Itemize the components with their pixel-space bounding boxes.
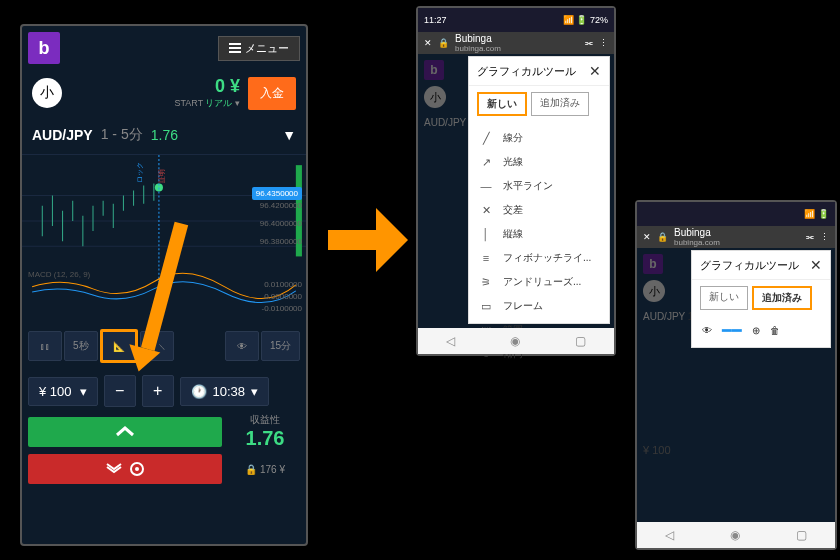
pair-selector[interactable]: AUD/JPY 1 - 5分 1.76 ▼ (22, 116, 306, 155)
app-logo: b (424, 60, 444, 80)
status-bar: 📶 🔋 (637, 202, 835, 226)
tab-added[interactable]: 追加済み (531, 92, 589, 116)
close-icon[interactable]: ✕ (810, 257, 822, 273)
svg-point-21 (135, 467, 139, 471)
tools-panel: グラフィカルツール ✕ 新しい 追加済み ╱線分 ↗光線 —水平ライン ✕交差 … (468, 56, 610, 324)
chevron-down-icon: ▼ (282, 127, 296, 143)
time-select[interactable]: 🕐10:38▾ (180, 377, 270, 406)
browser-bar: ✕ 🔒 Bubingabubinga.com ⫘ ⋮ (637, 226, 835, 248)
share-icon[interactable]: ⫘ (805, 232, 814, 242)
tool-cross[interactable]: ✕交差 (469, 198, 609, 222)
balance-amount: 0 ¥ (174, 76, 240, 97)
deposit-button[interactable]: 入金 (248, 77, 296, 110)
current-price-tag: 96.4350000 (252, 187, 302, 200)
tab-new[interactable]: 新しい (700, 286, 748, 310)
avatar[interactable]: 小 (32, 78, 62, 108)
tool-ray[interactable]: ↗光線 (469, 150, 609, 174)
home-icon[interactable]: ◉ (510, 334, 520, 348)
panel-title: グラフィカルツール (700, 258, 799, 273)
buy-down-button[interactable] (28, 454, 222, 484)
recent-icon[interactable]: ▢ (796, 528, 807, 542)
lock-icon: 🔒 (245, 464, 257, 475)
browser-bar: ✕ 🔒 Bubingabubinga.com ⫘ ⋮ (418, 32, 614, 54)
app-header: b メニュー (22, 26, 306, 70)
amount-select[interactable]: ¥ 100▾ (28, 377, 98, 406)
close-icon[interactable]: ✕ (424, 38, 432, 48)
app-logo: b (28, 32, 60, 64)
svg-text:証明: 証明 (158, 169, 166, 183)
balance-row: 小 0 ¥ START リアル ▾ 入金 (22, 70, 306, 116)
plus-button[interactable]: + (142, 375, 174, 407)
chevron-down-icon: ▾ (80, 384, 87, 399)
hamburger-icon (229, 47, 241, 49)
more-icon[interactable]: ⋮ (599, 38, 608, 48)
tool-andrews[interactable]: ⚞アンドリューズ... (469, 270, 609, 294)
minus-button[interactable]: − (104, 375, 136, 407)
balance-subtext: START リアル ▾ (174, 97, 240, 110)
chevron-down-icon: ▾ (251, 384, 258, 399)
chart-toolbar: ⫾⫾ 5秒 📐 ⟋⟍ 👁 15分 (22, 323, 306, 369)
phone-main: b メニュー 小 0 ¥ START リアル ▾ 入金 AUD/JPY 1 - … (20, 24, 308, 546)
profit-display: 収益性 1.76 (230, 413, 300, 450)
tab-added[interactable]: 追加済み (752, 286, 812, 310)
tab-new[interactable]: 新しい (477, 92, 527, 116)
tool-frame[interactable]: ▭フレーム (469, 294, 609, 318)
menu-button[interactable]: メニュー (218, 36, 300, 61)
visibility-icon[interactable]: 👁 (702, 325, 712, 336)
app-logo: b (643, 254, 663, 274)
share-icon[interactable]: ⫘ (584, 38, 593, 48)
tool-fibonacci[interactable]: ≡フィボナッチライ... (469, 246, 609, 270)
back-icon[interactable]: ◁ (665, 528, 674, 542)
phone-tools-new: 11:27 📶 🔋 72% ✕ 🔒 Bubingabubinga.com ⫘ ⋮… (416, 6, 616, 356)
tools-panel: グラフィカルツール ✕ 新しい 追加済み 👁 ━━ ⊕ 🗑 (691, 250, 831, 348)
annotation-arrow-right (328, 200, 408, 280)
back-icon[interactable]: ◁ (446, 334, 455, 348)
target-icon[interactable]: ⊕ (752, 325, 760, 336)
status-bar: 11:27 📶 🔋 72% (418, 8, 614, 32)
lock-icon: 🔒 (438, 38, 449, 48)
close-icon[interactable]: ✕ (589, 63, 601, 79)
tool-line[interactable]: ╱線分 (469, 126, 609, 150)
lock-icon: 🔒 (657, 232, 668, 242)
interval-button[interactable]: 15分 (261, 331, 300, 361)
speed-button[interactable]: 5秒 (64, 331, 98, 361)
macd-label: MACD (12, 26, 9) (28, 270, 90, 279)
visibility-icon[interactable]: 👁 (225, 331, 259, 361)
tool-vertical[interactable]: │縦線 (469, 222, 609, 246)
added-line-item[interactable]: 👁 ━━ ⊕ 🗑 (692, 316, 830, 345)
recent-icon[interactable]: ▢ (575, 334, 586, 348)
svg-text:ロック: ロック (136, 162, 144, 183)
phone-tools-added: 📶 🔋 ✕ 🔒 Bubingabubinga.com ⫘ ⋮ b 小 AUD/J… (635, 200, 837, 550)
candles-icon[interactable]: ⫾⫾ (28, 331, 62, 361)
close-icon[interactable]: ✕ (643, 232, 651, 242)
tool-horizontal[interactable]: —水平ライン (469, 174, 609, 198)
home-icon[interactable]: ◉ (730, 528, 740, 542)
trash-icon[interactable]: 🗑 (770, 325, 780, 336)
clock-icon: 🕐 (191, 384, 207, 399)
android-nav: ◁ ◉ ▢ (418, 328, 614, 354)
panel-title: グラフィカルツール (477, 64, 576, 79)
buy-up-button[interactable] (28, 417, 222, 447)
android-nav: ◁ ◉ ▢ (637, 522, 835, 548)
more-icon[interactable]: ⋮ (820, 232, 829, 242)
